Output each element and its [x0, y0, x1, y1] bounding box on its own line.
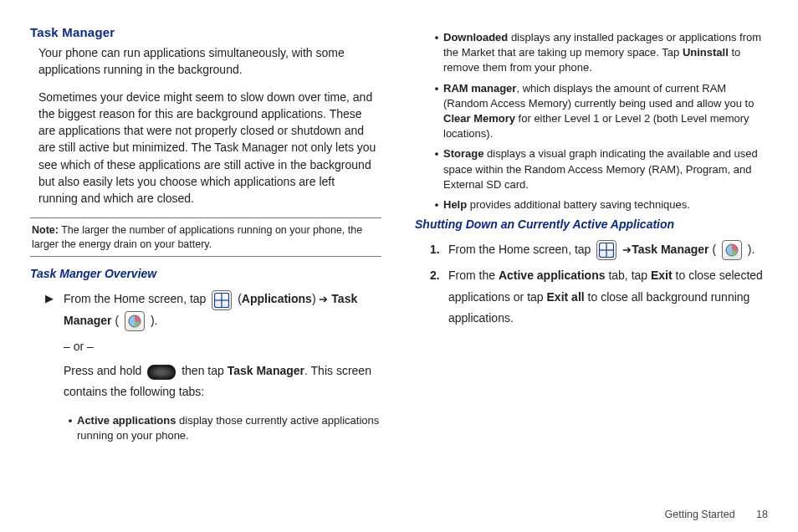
ram-manager-label: RAM manager [443, 82, 516, 95]
step2-text-a: From the [448, 269, 499, 282]
footer-page-number: 18 [756, 509, 768, 520]
applications-grid-icon [212, 290, 232, 310]
note-body: The larger the number of applications ru… [32, 224, 362, 250]
step1-tm-label: Task Manager [632, 243, 708, 256]
storage-desc: displays a visual graph indicating the a… [443, 147, 758, 190]
footer-section: Getting Started [665, 509, 735, 520]
page-footer: Getting Started 18 [665, 509, 768, 520]
help-desc: provides additional battery saving techn… [467, 198, 690, 211]
step-number-2: 2. [430, 265, 448, 286]
right-column: • Downloaded displays any installed pack… [415, 25, 766, 448]
step2-active-apps: Active applications [499, 269, 606, 282]
step1-lead: From the Home screen, tap [448, 243, 594, 256]
arrow-icon: ➔ [622, 243, 632, 256]
bullet-dot-icon: • [64, 413, 77, 428]
press-hold-lead: Press and hold [64, 364, 145, 377]
step-lead-text: From the Home screen, tap [64, 292, 209, 305]
bullet-active-applications: • Active applications display those curr… [64, 413, 381, 443]
applications-label: Applications [242, 292, 312, 305]
storage-label: Storage [443, 147, 483, 160]
bullet-dot-icon: • [430, 146, 443, 161]
step-1: 1. From the Home screen, tap ➔Task Manag… [430, 239, 766, 260]
press-hold-text: Press and hold then tap Task Manager. Th… [64, 361, 381, 402]
bullet-dot-icon: • [430, 30, 443, 45]
note-box: Note: The larger the number of applicati… [30, 217, 381, 258]
task-manager-pie-icon [722, 240, 742, 260]
home-button-icon [147, 365, 176, 380]
note-label: Note: [32, 224, 59, 236]
active-applications-label: Active applications [77, 414, 176, 427]
bullet-ram-manager: • RAM manager, which displays the amount… [430, 81, 766, 142]
bullet-dot-icon: • [430, 81, 443, 96]
bullet-storage: • Storage displays a visual graph indica… [430, 146, 766, 192]
step-2: 2. From the Active applications tab, tap… [430, 265, 766, 329]
heading-shutting-down: Shutting Down an Currently Active Applic… [415, 217, 766, 231]
step2-exit: Exit [651, 269, 673, 282]
arrow-icon: ➔ [319, 293, 328, 305]
overview-step: ▶ From the Home screen, tap (Application… [45, 289, 381, 331]
step2-exit-all: Exit all [547, 290, 585, 304]
heading-overview: Task Manger Overview [30, 267, 381, 280]
triangle-bullet-icon: ▶ [45, 289, 64, 308]
bullet-downloaded: • Downloaded displays any installed pack… [430, 30, 766, 76]
overview-step-body: From the Home screen, tap (Applications)… [64, 289, 381, 331]
step-number-1: 1. [430, 239, 448, 260]
task-manager-bold: Task Manager [228, 364, 304, 377]
task-manager-pie-icon [125, 311, 145, 331]
downloaded-label: Downloaded [443, 31, 508, 43]
bullet-dot-icon: • [430, 197, 443, 212]
heading-task-manager: Task Manager [30, 25, 381, 39]
applications-grid-icon [596, 240, 616, 260]
intro-para-2: Sometimes your device might seem to slow… [38, 89, 376, 207]
step2-text-c: tab, tap [606, 269, 651, 282]
then-tap-text: then tap [182, 364, 228, 377]
bullet-help: • Help provides additional battery savin… [430, 197, 766, 212]
clear-memory-label: Clear Memory [443, 112, 515, 125]
help-label: Help [443, 198, 467, 211]
left-column: Task Manager Your phone can run applicat… [30, 25, 381, 448]
page-body: Task Manager Your phone can run applicat… [0, 0, 798, 448]
or-text: – or – [64, 336, 381, 357]
uninstall-label: Uninstall [683, 46, 729, 59]
intro-para-1: Your phone can run applications simultan… [38, 44, 376, 79]
